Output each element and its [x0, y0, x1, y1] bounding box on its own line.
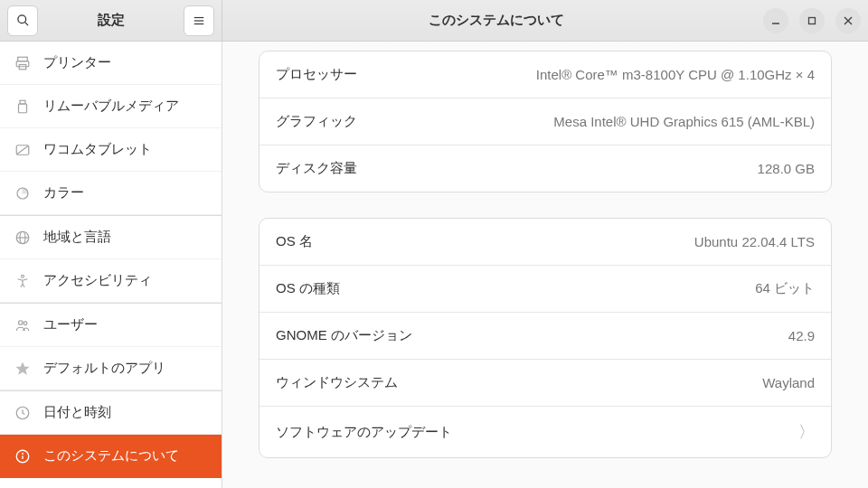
svg-rect-13	[19, 104, 27, 113]
close-icon	[844, 16, 853, 25]
row-software-updates[interactable]: ソフトウェアのアップデート 〉	[259, 407, 831, 457]
tablet-icon	[14, 142, 31, 158]
minimize-icon	[771, 16, 780, 25]
row-label: GNOME のバージョン	[276, 327, 412, 344]
row-label: OS の種類	[276, 280, 340, 297]
row-value: 128.0 GB	[758, 161, 815, 176]
hamburger-icon	[193, 14, 205, 27]
sidebar-item-removable[interactable]: リムーバブルメディア	[0, 85, 222, 128]
search-button[interactable]	[7, 5, 38, 36]
menu-button[interactable]	[184, 5, 214, 36]
globe-icon	[14, 230, 31, 246]
row-value: Mesa Intel® UHD Graphics 615 (AML-KBL)	[553, 114, 815, 129]
settings-title: 設定	[38, 12, 184, 29]
row-label: ウィンドウシステム	[276, 374, 398, 391]
search-icon	[16, 14, 30, 27]
row-disk: ディスク容量 128.0 GB	[259, 145, 831, 192]
usb-icon	[14, 99, 31, 115]
close-button[interactable]	[835, 8, 861, 33]
sidebar-item-default-apps[interactable]: デフォルトのアプリ	[0, 347, 222, 390]
sidebar-item-label: デフォルトのアプリ	[43, 360, 165, 377]
svg-point-21	[19, 320, 24, 324]
window-controls	[763, 8, 861, 33]
users-icon	[14, 317, 31, 333]
sidebar-item-region[interactable]: 地域と言語	[0, 215, 222, 259]
row-gnome: GNOME のバージョン 42.9	[259, 313, 831, 360]
os-group: OS 名 Ubuntu 22.04.4 LTS OS の種類 64 ビット GN…	[259, 218, 832, 458]
clock-icon	[14, 405, 31, 421]
row-label: ソフトウェアのアップデート	[276, 424, 452, 441]
sidebar-item-datetime[interactable]: 日付と時刻	[0, 390, 222, 435]
sidebar-item-label: アクセシビリティ	[43, 272, 152, 289]
maximize-button[interactable]	[799, 8, 825, 33]
sidebar-item-label: リムーバブルメディア	[43, 98, 179, 115]
row-label: プロセッサー	[276, 66, 357, 83]
sidebar-item-accessibility[interactable]: アクセシビリティ	[0, 259, 222, 303]
row-window-system: ウィンドウシステム Wayland	[259, 360, 831, 407]
svg-rect-6	[809, 17, 816, 23]
star-icon	[14, 361, 31, 377]
printer-icon	[14, 55, 31, 71]
sidebar-item-label: ワコムタブレット	[43, 141, 152, 158]
sidebar-item-label: 地域と言語	[43, 229, 111, 246]
titlebar: 設定 このシステムについて	[0, 0, 868, 42]
sidebar-item-color[interactable]: カラー	[0, 172, 222, 215]
sidebar-item-label: 日付と時刻	[43, 404, 111, 421]
sidebar-item-label: このシステムについて	[43, 447, 179, 465]
svg-point-27	[23, 453, 24, 454]
row-value: 42.9	[788, 328, 815, 343]
row-os-type: OS の種類 64 ビット	[259, 266, 831, 313]
minimize-button[interactable]	[763, 8, 788, 33]
row-graphics: グラフィック Mesa Intel® UHD Graphics 615 (AML…	[259, 99, 831, 145]
svg-point-0	[17, 15, 25, 23]
row-label: ディスク容量	[276, 160, 357, 177]
sidebar-item-printer[interactable]: プリンター	[0, 42, 222, 85]
svg-marker-23	[16, 361, 30, 374]
sidebar-item-about[interactable]: このシステムについて	[0, 435, 222, 478]
sidebar-item-label: プリンター	[43, 54, 111, 71]
row-label: OS 名	[276, 233, 313, 250]
row-os-name: OS 名 Ubuntu 22.04.4 LTS	[259, 219, 831, 266]
sidebar-item-label: ユーザー	[43, 316, 98, 333]
row-value: 64 ビット	[755, 280, 815, 297]
svg-line-15	[17, 145, 28, 154]
row-value: Intel® Core™ m3-8100Y CPU @ 1.10GHz × 4	[536, 67, 815, 82]
main-content[interactable]: プロセッサー Intel® Core™ m3-8100Y CPU @ 1.10G…	[222, 42, 868, 488]
svg-point-22	[24, 321, 27, 324]
row-processor: プロセッサー Intel® Core™ m3-8100Y CPU @ 1.10G…	[259, 52, 831, 99]
row-label: グラフィック	[276, 113, 357, 130]
sidebar-item-users[interactable]: ユーザー	[0, 303, 222, 347]
svg-point-20	[22, 275, 24, 277]
row-value: Wayland	[762, 375, 815, 390]
chevron-right-icon: 〉	[798, 421, 815, 443]
accessibility-icon	[14, 273, 31, 289]
maximize-icon	[807, 16, 816, 25]
titlebar-left: 設定	[0, 0, 222, 41]
color-icon	[14, 185, 31, 202]
svg-line-1	[24, 22, 28, 25]
info-icon	[14, 448, 31, 465]
svg-rect-9	[18, 57, 28, 61]
svg-rect-10	[16, 61, 29, 66]
sidebar[interactable]: プリンター リムーバブルメディア ワコムタブレット カラー 地域と言語 アクセシ…	[0, 42, 222, 488]
row-value: Ubuntu 22.04.4 LTS	[694, 234, 815, 249]
titlebar-main: このシステムについて	[222, 0, 868, 41]
page-title: このシステムについて	[230, 12, 763, 29]
sidebar-item-wacom[interactable]: ワコムタブレット	[0, 128, 222, 172]
hardware-group: プロセッサー Intel® Core™ m3-8100Y CPU @ 1.10G…	[259, 51, 832, 192]
sidebar-item-label: カラー	[43, 184, 84, 202]
